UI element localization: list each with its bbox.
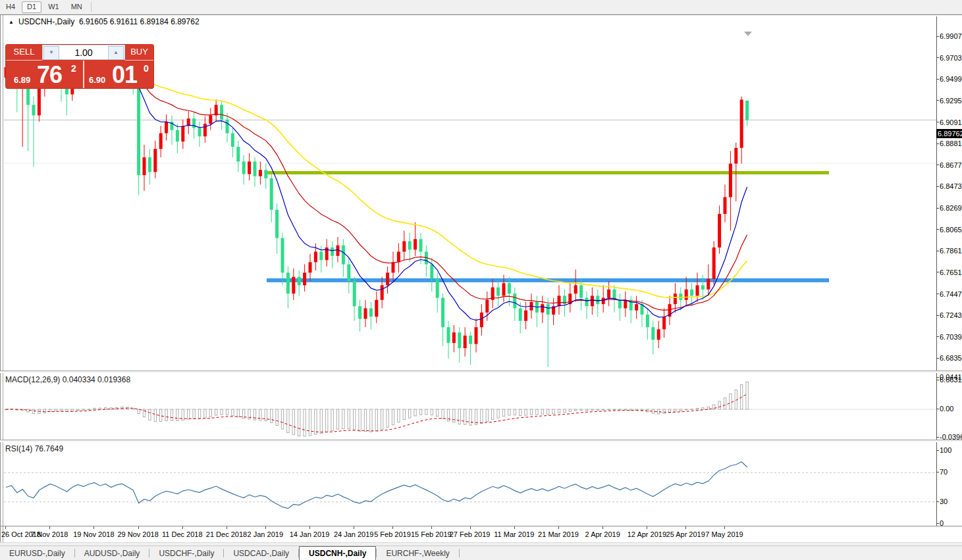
price-axis-tick	[936, 229, 939, 230]
price-axis-label: 6.80650	[940, 226, 961, 234]
window-left-border	[3, 15, 3, 543]
chart-title: ▲USDCNH-,Daily 6.91605 6.91611 6.89184 6…	[9, 17, 200, 26]
date-axis-label: 12 Apr 2019	[628, 530, 666, 538]
tab-eurchf-weekly[interactable]: EURCHF-,Weekly	[377, 546, 458, 560]
tab-usdchf-daily[interactable]: USDCHF-,Daily	[149, 546, 223, 560]
chart-window[interactable]: ▲USDCNH-,Daily 6.91605 6.91611 6.89184 6…	[0, 14, 962, 544]
date-axis-label: 25 Apr 2019	[666, 530, 705, 538]
tab-audusd-daily[interactable]: AUDUSD-,Daily	[75, 546, 149, 560]
date-axis-tick	[558, 526, 559, 529]
chart-symbol: USDCNH-,Daily	[18, 17, 74, 26]
date-axis-label: 7 Nov 2018	[31, 530, 68, 538]
sell-price-small: 6.89	[14, 75, 30, 85]
buy-price-big: 01	[112, 61, 137, 89]
date-axis-tick	[431, 526, 432, 529]
macd-axis-tick	[936, 437, 939, 438]
price-axis-label: 6.99070	[940, 32, 961, 40]
price-axis-tick	[936, 272, 939, 272]
timeframe-d1[interactable]: D1	[22, 1, 41, 13]
price-axis-label: 6.88810	[940, 140, 961, 147]
price-axis-tick	[936, 122, 939, 122]
volume-decrease-icon[interactable]: ▼	[43, 46, 59, 60]
date-axis-label: 21 Dec 2018	[206, 530, 247, 538]
date-axis-tick	[94, 526, 94, 529]
volume-increase-icon[interactable]: ▲	[108, 46, 124, 60]
sell-price-panel[interactable]: 6.89 76 2	[6, 61, 84, 88]
sell-price-sup: 2	[71, 63, 76, 74]
chart-shift-marker-icon[interactable]	[744, 32, 752, 36]
timeframe-w1[interactable]: W1	[43, 1, 65, 13]
price-axis-label: 6.74470	[940, 290, 961, 298]
date-axis-tick	[265, 526, 266, 529]
date-axis-tick	[182, 526, 183, 529]
date-axis-label: 24 Jan 2019	[334, 530, 374, 538]
date-axis-label: 11 Mar 2019	[494, 530, 534, 538]
date-axis-label: 2 Apr 2019	[585, 530, 620, 538]
price-axis-label: 6.76510	[940, 268, 961, 276]
chart-ohlc-values: 6.91605 6.91611 6.89184 6.89762	[79, 17, 200, 26]
macd-axis-tick	[936, 377, 939, 378]
price-axis-tick	[936, 57, 939, 58]
date-axis-label: 7 May 2019	[705, 530, 743, 538]
one-click-trading-panel: SELL ▼ ▲ BUY 6.89 76 2 6.90 01 0	[6, 45, 153, 88]
date-axis-tick	[309, 526, 310, 529]
date-axis-tick	[138, 526, 139, 529]
macd-axis-label: -0.03964	[940, 433, 961, 441]
price-axis-label: 6.68350	[940, 354, 961, 362]
macd-pane-layer	[4, 382, 936, 436]
date-axis-tick	[49, 526, 50, 529]
price-axis-tick	[936, 251, 939, 251]
date-axis-label: 11 Dec 2018	[162, 530, 203, 538]
price-axis-tick	[936, 358, 939, 359]
one-click-collapse-icon[interactable]: ▲	[9, 19, 14, 25]
timeframe-toolbar: H4D1W1MN	[0, 0, 962, 14]
mt4-terminal: H4D1W1MN ▲USDCNH-,Daily 6.91605 6.91611 …	[0, 0, 962, 560]
price-axis-tick	[936, 143, 939, 144]
chart-canvas[interactable]	[1, 15, 962, 543]
sell-button[interactable]: SELL	[6, 45, 42, 61]
date-axis-label: 15 Feb 2019	[411, 530, 452, 538]
date-axis-tick	[354, 526, 354, 529]
volume-input[interactable]	[60, 45, 107, 59]
date-axis-label: 19 Nov 2018	[73, 530, 114, 538]
price-axis-tick	[936, 165, 939, 165]
price-axis-tick	[936, 79, 939, 80]
price-axis-tick	[936, 380, 939, 380]
buy-price-small: 6.90	[89, 75, 105, 85]
tab-usdcnh-daily[interactable]: USDCNH-,Daily	[299, 546, 376, 560]
rsi-pane-layer	[4, 462, 936, 509]
date-axis-tick	[392, 526, 393, 529]
price-axis-tick	[936, 186, 939, 187]
pane-separator-rsi[interactable]	[0, 440, 962, 442]
timeframe-mn[interactable]: MN	[66, 1, 88, 13]
buy-price-panel[interactable]: 6.90 01 0	[84, 61, 153, 88]
rsi-axis-tick	[936, 472, 939, 472]
rsi-axis-label: 0	[940, 519, 961, 527]
price-axis-label: 6.94990	[940, 75, 961, 83]
price-axis-label: 6.78610	[940, 247, 961, 255]
price-axis-label: 6.70390	[940, 333, 961, 341]
timeframe-h4[interactable]: H4	[1, 1, 20, 13]
rsi-axis-label: 70	[940, 468, 961, 476]
price-axis-label: 6.84730	[940, 182, 961, 190]
buy-button[interactable]: BUY	[125, 45, 153, 61]
date-axis-tick	[514, 526, 515, 529]
macd-axis-label: 0.044143	[940, 373, 961, 381]
rsi-indicator-label: RSI(14) 76.7649	[5, 444, 63, 453]
tab-usdcad-daily[interactable]: USDCAD-,Daily	[224, 546, 298, 560]
price-axis-label: 6.90910	[940, 118, 961, 126]
rsi-axis-tick	[936, 501, 939, 502]
macd-axis-label: 0.00	[940, 405, 961, 413]
rsi-axis-label: 100	[940, 446, 961, 454]
rsi-axis-tick	[936, 523, 939, 524]
price-axis-label: 6.82690	[940, 204, 961, 212]
price-axis-tick	[936, 208, 939, 209]
tab-eurusd-daily[interactable]: EURUSD-,Daily	[0, 546, 74, 560]
date-axis-tick	[5, 526, 6, 529]
price-axis-label: 6.72430	[940, 311, 961, 319]
pane-separator-macd[interactable]	[0, 370, 962, 373]
date-axis-tick	[602, 526, 603, 529]
date-axis-tick	[685, 526, 686, 529]
date-axis-label: 27 Feb 2019	[450, 530, 491, 538]
date-axis-label: 29 Nov 2018	[117, 530, 158, 538]
